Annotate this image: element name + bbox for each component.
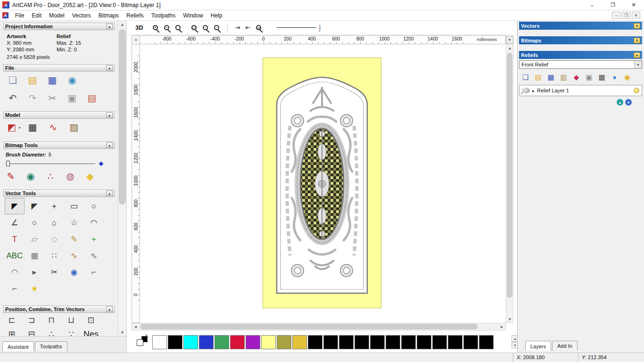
tab-toolpaths[interactable]: Toolpaths [35,341,67,351]
trim-vectors-icon[interactable]: ✂ [44,264,64,280]
arc-tool-icon[interactable]: ◠ [84,214,104,231]
scroll-down-button[interactable]: ▼ [506,316,513,322]
palette-icon[interactable]: ◍ [63,170,77,183]
paint-selective-icon[interactable]: ◉ [24,170,38,183]
palette-colour-swatch[interactable] [215,335,229,349]
circle-tool-icon[interactable]: ○ [84,198,104,214]
open-model-icon[interactable]: ▤ [25,74,40,87]
move-layer-up-button[interactable]: ▲ [617,99,623,106]
toggle-3d-view-button[interactable]: 3D [133,23,145,32]
open-relief-icon[interactable]: ▤ [534,73,543,82]
node-editing-icon[interactable]: ◤ [25,198,44,214]
adjust-model-icon[interactable]: ◩ [5,121,19,134]
close-button[interactable]: ✕ [623,0,644,10]
scrollbar-thumb[interactable] [140,324,478,329]
palette-colour-swatch[interactable] [448,335,462,349]
bridge-fillet-icon[interactable]: ⌐ [5,280,25,297]
zoom-in-icon[interactable]: + [150,22,161,33]
new-relief-icon[interactable]: ❏ [521,73,530,82]
palette-colour-swatch[interactable] [463,335,478,349]
palette-colour-swatch[interactable] [432,335,447,349]
collapse-section-button[interactable]: ▲ [106,112,113,118]
scrollbar-thumb[interactable] [507,53,512,298]
expand-section-button[interactable]: ▼ [634,23,640,29]
text-tool-icon[interactable]: T [5,231,25,247]
collapse-section-button[interactable]: ▲ [106,190,113,196]
palette-colour-swatch[interactable] [261,335,276,349]
fillet-icon[interactable]: ⌐ [84,264,104,280]
palette-colour-swatch[interactable] [277,335,291,349]
scroll-up-button[interactable]: ▲ [118,21,126,28]
collapse-section-button[interactable]: ▲ [106,24,113,29]
extrude-vector-icon[interactable]: ◉ [64,264,84,280]
palette-colour-swatch[interactable] [246,335,260,349]
offset-vectors-icon[interactable]: ◇ [44,231,64,247]
drawing-canvas[interactable] [140,44,506,323]
delete-relief-icon[interactable]: ● [610,73,619,82]
import-export-icon[interactable]: ◉ [65,74,79,87]
relief-library-icon[interactable]: ▥ [559,73,568,82]
block-copy-icon[interactable]: ∷ [44,247,64,264]
align-right-icon[interactable]: ⊐ [25,314,39,326]
image-model-icon[interactable]: ▨ [67,121,81,134]
measure-icon[interactable]: ✎ [64,231,84,247]
create-arc-icon[interactable]: ◠ [5,264,25,280]
flood-fill-icon[interactable]: ◆ [83,170,97,183]
paste-along-curve-icon[interactable]: ∿ [64,247,84,264]
ellipse-tool-icon[interactable]: ○ [25,214,44,231]
tab-add-in[interactable]: Add In [552,341,578,351]
lighting-model-icon[interactable]: ∿ [46,121,60,134]
relief-wizard-icon[interactable]: ◆ [572,73,581,82]
scroll-down-button[interactable]: ▼ [118,329,126,336]
scroll-left-button[interactable]: ◄ [132,323,139,330]
snap-left-icon[interactable]: ⇤ [243,23,253,33]
tab-assistant[interactable]: Assistant [2,341,34,351]
redo-icon[interactable]: ↷ [25,91,40,105]
add-vector-icon[interactable]: + [84,231,104,247]
minimize-button[interactable]: – [582,0,603,10]
palette-colour-swatch[interactable] [168,335,182,349]
menu-edit[interactable]: Edit [28,11,45,20]
zoom-scale-icon[interactable] [173,22,184,33]
paste-grid-icon[interactable]: ▦ [25,247,44,264]
relief-layer-row[interactable]: ▸ Relief Layer 1 [519,85,642,96]
texture-model-icon[interactable]: ▦ [25,121,40,134]
palette-colour-swatch[interactable] [199,335,214,349]
ruler-origin-button[interactable]: ⊞ [132,35,140,44]
palette-colour-swatch[interactable] [339,335,354,349]
fit-curve-icon[interactable]: ∿ [84,247,104,264]
child-restore-button[interactable]: ❐ [622,12,630,19]
star-tool-icon[interactable]: ☆ [64,214,84,231]
maximize-button[interactable]: ❐ [603,0,623,10]
align-left-icon[interactable]: ⊏ [5,314,19,326]
star-wizard-icon[interactable]: ★ [25,280,44,297]
scatter-vectors-icon[interactable]: ∵ [64,328,78,336]
transform-vectors-icon[interactable]: + [44,198,64,214]
canvas-vertical-scrollbar[interactable]: ▲ ▼ [506,44,513,323]
palette-colour-swatch[interactable] [230,335,245,349]
brush-diameter-slider[interactable] [5,160,104,167]
canvas-horizontal-scrollbar[interactable]: ◄ ► [132,323,506,330]
zoom-fit-page-icon[interactable]: ▭ [189,22,200,33]
palette-colour-swatch[interactable] [152,335,167,349]
palette-colour-swatch[interactable] [355,335,369,349]
child-close-button[interactable]: ✕ [632,12,640,19]
expand-section-button[interactable]: ▼ [634,38,640,43]
palette-colour-swatch[interactable] [417,335,431,349]
palette-colour-swatch[interactable] [370,335,385,349]
menu-model[interactable]: Model [45,11,68,20]
collapse-section-button[interactable]: ▲ [106,306,113,312]
scroll-up-button[interactable]: ▲ [506,45,513,51]
align-center-icon[interactable]: ⊡ [84,314,98,326]
zoom-selected-icon[interactable]: · [211,22,223,33]
vector-direction-icon[interactable]: ▸ [25,264,44,280]
shear-text-icon[interactable]: ▱ [25,231,44,247]
menu-window[interactable]: Window [179,11,207,20]
assistant-scrollbar[interactable]: ▲ ▼ [118,21,126,336]
palette-colour-swatch[interactable] [323,335,338,349]
palette-colour-swatch[interactable] [386,335,400,349]
units-dropdown-button[interactable]: ▼ [506,36,513,44]
nest-vectors-icon[interactable]: Nes [84,328,98,336]
zoom-previous-icon[interactable]: ◂◂ [253,22,264,33]
collapse-section-button[interactable]: ▲ [634,52,640,58]
